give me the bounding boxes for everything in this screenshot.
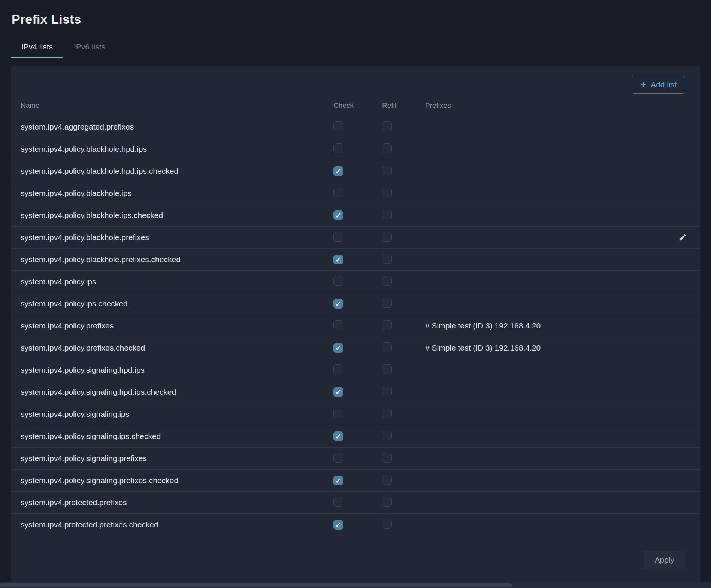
tab-ipv4-lists[interactable]: IPv4 lists	[11, 38, 63, 58]
table-row: system.ipv4.policy.signaling.ips	[11, 403, 700, 425]
refill-checkbox[interactable]	[382, 431, 392, 440]
refill-checkbox[interactable]	[382, 364, 392, 374]
table-row: system.ipv4.policy.blackhole.hpd.ips	[11, 138, 700, 160]
panel-bottombar: Apply	[11, 536, 700, 569]
check-checkbox[interactable]	[333, 497, 343, 507]
prefix-list-name: system.ipv4.policy.prefixes.checked	[21, 343, 333, 352]
table-body: system.ipv4.aggregated.prefixes system.i…	[11, 116, 700, 536]
check-checkbox[interactable]	[333, 232, 343, 242]
check-checkbox[interactable]	[333, 143, 343, 153]
check-checkbox[interactable]	[333, 431, 343, 441]
table-row: system.ipv4.protected.prefixes.checked	[11, 514, 700, 536]
check-checkbox[interactable]	[333, 387, 343, 397]
panel-topbar: + Add list	[11, 66, 700, 95]
refill-checkbox[interactable]	[382, 188, 392, 197]
edit-icon[interactable]	[677, 232, 688, 243]
refill-checkbox[interactable]	[382, 453, 392, 463]
prefix-lists-page: Prefix Lists IPv4 lists IPv6 lists + Add…	[0, 0, 711, 588]
page-title: Prefix Lists	[12, 12, 700, 27]
add-list-label: Add list	[651, 80, 677, 89]
refill-checkbox[interactable]	[382, 342, 392, 352]
prefix-list-name: system.ipv4.policy.blackhole.hpd.ips	[21, 145, 333, 154]
refill-checkbox[interactable]	[382, 387, 392, 396]
check-checkbox[interactable]	[333, 255, 343, 264]
refill-checkbox[interactable]	[382, 475, 392, 485]
check-checkbox[interactable]	[333, 453, 343, 463]
table-row: system.ipv4.policy.signaling.prefixes.ch…	[11, 470, 700, 492]
check-checkbox[interactable]	[333, 520, 343, 530]
check-checkbox[interactable]	[333, 121, 343, 131]
prefix-list-name: system.ipv4.aggregated.prefixes	[21, 122, 333, 131]
prefixes-value: # Simple test (ID 3) 192.168.4.20	[425, 321, 666, 330]
prefix-list-name: system.ipv4.policy.signaling.hpd.ips.che…	[21, 388, 333, 397]
refill-checkbox[interactable]	[382, 298, 392, 308]
check-checkbox[interactable]	[333, 276, 343, 286]
table-row: system.ipv4.policy.blackhole.ips	[11, 182, 700, 204]
check-checkbox[interactable]	[333, 188, 343, 197]
refill-checkbox[interactable]	[382, 497, 392, 507]
column-header-check: Check	[333, 101, 382, 110]
prefix-lists-panel: + Add list Name Check Refill Prefixes sy…	[11, 66, 700, 586]
prefix-list-name: system.ipv4.policy.signaling.prefixes.ch…	[21, 476, 333, 485]
prefix-list-name: system.ipv4.policy.blackhole.hpd.ips.che…	[21, 167, 333, 176]
prefix-list-name: system.ipv4.policy.signaling.hpd.ips	[21, 366, 333, 375]
prefix-list-name: system.ipv4.policy.signaling.ips	[21, 410, 333, 419]
refill-checkbox[interactable]	[382, 232, 392, 242]
table-row: system.ipv4.policy.prefixes # Simple tes…	[11, 315, 700, 337]
table-header: Name Check Refill Prefixes	[11, 95, 700, 116]
prefix-list-name: system.ipv4.policy.ips.checked	[21, 299, 333, 308]
prefix-list-name: system.ipv4.policy.signaling.ips.checked	[21, 432, 333, 441]
refill-checkbox[interactable]	[382, 409, 392, 418]
refill-checkbox[interactable]	[382, 166, 392, 175]
prefix-list-name: system.ipv4.policy.blackhole.ips.checked	[21, 211, 333, 220]
table-row: system.ipv4.policy.blackhole.ips.checked	[11, 204, 700, 227]
table-row: system.ipv4.policy.signaling.prefixes	[11, 448, 700, 470]
column-header-prefixes: Prefixes	[425, 101, 666, 110]
table-row: system.ipv4.policy.ips	[11, 271, 700, 293]
check-checkbox[interactable]	[333, 476, 343, 485]
check-checkbox[interactable]	[333, 210, 343, 220]
column-header-refill: Refill	[382, 101, 425, 110]
table-row: system.ipv4.policy.signaling.ips.checked	[11, 425, 700, 448]
prefix-list-name: system.ipv4.policy.signaling.prefixes	[21, 454, 333, 463]
refill-checkbox[interactable]	[382, 254, 392, 264]
prefix-list-name: system.ipv4.policy.blackhole.prefixes	[21, 233, 333, 242]
check-checkbox[interactable]	[333, 409, 343, 418]
column-header-name: Name	[21, 101, 333, 110]
prefix-list-name: system.ipv4.policy.ips	[21, 277, 333, 286]
refill-checkbox[interactable]	[382, 210, 392, 219]
plus-icon: +	[640, 79, 646, 90]
prefix-list-name: system.ipv4.protected.prefixes	[21, 498, 333, 507]
scrollbar-thumb[interactable]	[0, 583, 512, 587]
add-list-button[interactable]: + Add list	[632, 76, 685, 94]
tab-ipv6-lists[interactable]: IPv6 lists	[63, 38, 116, 58]
refill-checkbox[interactable]	[382, 143, 392, 153]
table-row: system.ipv4.policy.prefixes.checked # Si…	[11, 337, 700, 359]
table-row: system.ipv4.aggregated.prefixes	[11, 116, 700, 138]
prefix-list-name: system.ipv4.policy.blackhole.ips	[21, 189, 333, 198]
check-checkbox[interactable]	[333, 364, 343, 374]
refill-checkbox[interactable]	[382, 320, 392, 330]
check-checkbox[interactable]	[333, 299, 343, 309]
table-row: system.ipv4.policy.signaling.hpd.ips	[11, 359, 700, 381]
refill-checkbox[interactable]	[382, 519, 392, 529]
check-checkbox[interactable]	[333, 343, 343, 353]
table-row: system.ipv4.policy.signaling.hpd.ips.che…	[11, 381, 700, 403]
horizontal-scrollbar[interactable]	[0, 582, 711, 588]
prefix-list-name: system.ipv4.protected.prefixes.checked	[21, 520, 333, 529]
prefix-list-name: system.ipv4.policy.prefixes	[21, 321, 333, 330]
apply-button[interactable]: Apply	[644, 551, 685, 569]
prefix-list-name: system.ipv4.policy.blackhole.prefixes.ch…	[21, 255, 333, 264]
table-row: system.ipv4.policy.blackhole.hpd.ips.che…	[11, 160, 700, 182]
check-checkbox[interactable]	[333, 320, 343, 330]
table-row: system.ipv4.protected.prefixes	[11, 492, 700, 514]
prefixes-value: # Simple test (ID 3) 192.168.4.20	[425, 343, 666, 352]
table-row: system.ipv4.policy.ips.checked	[11, 293, 700, 315]
table-row: system.ipv4.policy.blackhole.prefixes.ch…	[11, 249, 700, 271]
table-row: system.ipv4.policy.blackhole.prefixes	[11, 227, 700, 249]
check-checkbox[interactable]	[333, 166, 343, 176]
tab-bar: IPv4 lists IPv6 lists	[11, 38, 700, 58]
refill-checkbox[interactable]	[382, 276, 392, 286]
refill-checkbox[interactable]	[382, 121, 392, 131]
